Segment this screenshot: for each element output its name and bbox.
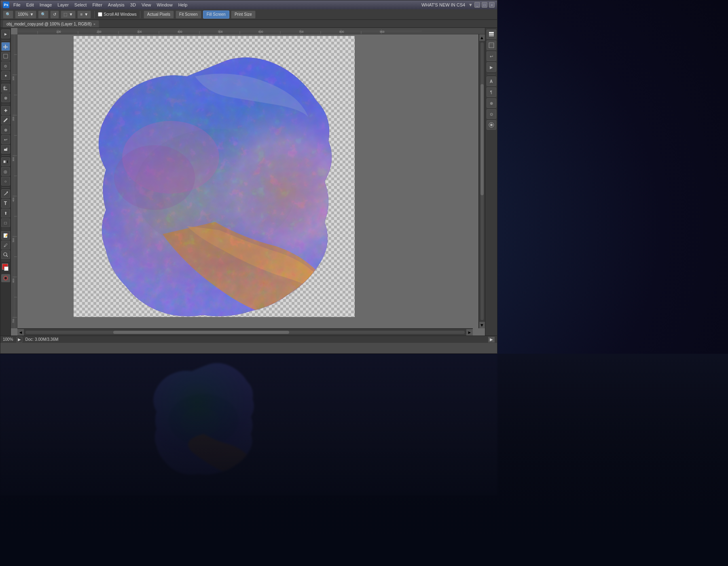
fit-screen-button[interactable]: Fit Screen (176, 11, 201, 19)
svg-text:900: 900 (380, 30, 385, 33)
crop-tool[interactable] (1, 84, 10, 93)
menu-file[interactable]: File (12, 2, 22, 7)
panel-char-icon[interactable]: A (487, 76, 496, 86)
marquee-tool[interactable] (1, 52, 10, 61)
close-button[interactable]: × (489, 2, 495, 8)
eyedropper-tool[interactable]: 🖊 (1, 241, 10, 249)
scroll-up-button[interactable]: ▲ (479, 34, 485, 41)
scroll-thumb[interactable] (113, 331, 289, 334)
arrange-options[interactable]: ≡ ▼ (77, 11, 91, 19)
svg-point-8 (4, 277, 7, 279)
document-tab[interactable]: obj_model_copy.psd @ 100% (Layer 1, RGB/… (3, 20, 99, 27)
print-size-button[interactable]: Print Size (231, 11, 256, 19)
panel-adjust-icon[interactable]: ⊙ (487, 109, 496, 119)
rotate-options[interactable]: ↺ (50, 11, 59, 19)
zoom-tool[interactable] (1, 250, 10, 259)
background-color[interactable] (4, 266, 8, 271)
brush-tool[interactable] (1, 116, 10, 125)
tool-options-button[interactable]: ▶ (1, 30, 10, 38)
menu-image[interactable]: Image (38, 2, 54, 7)
scroll-right-button[interactable]: ► (466, 329, 473, 336)
zoom-status-button[interactable]: ▶ (17, 337, 22, 342)
history-tool[interactable]: ↩ (1, 135, 10, 144)
menu-view[interactable]: View (140, 2, 153, 7)
eraser-tool[interactable] (1, 145, 10, 154)
dodge-icon: ○ (4, 179, 6, 184)
rotate-icon: ↺ (53, 12, 56, 17)
dodge-tool[interactable]: ○ (1, 177, 10, 186)
fill-screen-button[interactable]: Fill Screen (203, 11, 229, 19)
view-options[interactable]: 🔍 (38, 11, 49, 19)
menu-select[interactable]: Select (73, 2, 89, 7)
panel-actions-icon[interactable]: ▶ (487, 62, 496, 72)
scroll-left-button[interactable]: ◄ (17, 329, 24, 336)
arrange-icon: ≡ (80, 12, 83, 17)
separator2 (140, 11, 140, 18)
minimize-button[interactable]: _ (474, 2, 480, 8)
zoom-tool-options[interactable]: 🔍 (3, 11, 13, 19)
maximize-button[interactable]: □ (482, 2, 487, 8)
menu-3d[interactable]: 3D (129, 2, 138, 7)
quick-mask-button[interactable] (1, 274, 10, 282)
arrange-dropdown-icon: ▼ (84, 12, 88, 17)
adjust-icon: ⊙ (490, 112, 493, 116)
healing-tool[interactable]: ✚ (1, 106, 10, 115)
screen-mode[interactable]: ⬚ ▼ (61, 11, 76, 19)
panel-history-icon[interactable]: ↩ (487, 51, 496, 61)
panel-mask-icon[interactable] (487, 120, 496, 130)
menu-help[interactable]: Help (177, 2, 189, 7)
zoom-percentage[interactable]: 100% ▼ (15, 11, 36, 19)
clone-tool[interactable]: ⊕ (1, 125, 10, 134)
menu-window[interactable]: Window (155, 2, 174, 7)
actions-icon: ▶ (490, 65, 493, 70)
svg-text:500: 500 (12, 238, 15, 242)
scroll-track (25, 331, 465, 334)
scroll-track-v (480, 42, 484, 320)
brush-icon (3, 118, 8, 122)
menu-layer[interactable]: Layer (56, 2, 70, 7)
svg-text:300: 300 (137, 30, 142, 33)
lasso-tool[interactable]: ⌾ (1, 61, 10, 70)
actual-pixels-button[interactable]: Actual Pixels (144, 11, 174, 19)
menu-filter[interactable]: Filter (91, 2, 104, 7)
svg-point-5 (4, 253, 7, 256)
panel-para-icon[interactable]: ¶ (487, 87, 496, 97)
blur-tool[interactable]: ◎ (1, 167, 10, 176)
magic-wand-tool[interactable]: ✦ (1, 71, 10, 80)
shape-tool[interactable]: □ (1, 218, 10, 227)
eraser-icon (3, 147, 8, 152)
slice-icon: ⊗ (4, 96, 7, 100)
wand-icon: ✦ (4, 74, 7, 78)
scroll-thumb-v[interactable] (480, 84, 484, 195)
ps-logo: Ps (3, 2, 9, 8)
svg-text:700: 700 (12, 319, 15, 323)
horizontal-scrollbar[interactable]: ◄ ► (17, 328, 473, 336)
svg-text:500: 500 (218, 30, 223, 33)
svg-rect-77 (489, 43, 494, 48)
menu-analysis[interactable]: Analysis (106, 2, 126, 7)
panel-layers-icon[interactable] (487, 30, 496, 39)
pen-tool[interactable] (1, 189, 10, 198)
menu-edit[interactable]: Edit (25, 2, 36, 7)
notes-tool[interactable]: 📝 (1, 231, 10, 240)
gradient-tool[interactable] (1, 157, 10, 166)
svg-rect-1 (4, 54, 8, 58)
scroll-down-button[interactable]: ▼ (479, 322, 485, 328)
zoom-icon: 🔍 (6, 12, 11, 17)
svg-rect-75 (489, 34, 494, 35)
scroll-all-windows-checkbox[interactable] (98, 12, 102, 17)
slice-tool[interactable]: ⊗ (1, 93, 10, 102)
vertical-scrollbar[interactable]: ▲ ▼ (478, 34, 485, 328)
path-select-tool[interactable]: ⬆ (1, 209, 10, 218)
status-scroll-button[interactable]: ▶ (488, 337, 495, 342)
panel-clone-src-icon[interactable]: ⊕ (487, 98, 496, 108)
canvas-container[interactable]: 100 200 300 400 500 (11, 28, 485, 336)
svg-text:300: 300 (12, 157, 15, 161)
move-tool[interactable] (1, 42, 10, 51)
type-tool[interactable]: T (1, 199, 10, 208)
tab-close-button[interactable]: × (93, 22, 95, 26)
scroll-all-windows-label[interactable]: Scroll All Windows (98, 12, 137, 17)
quick-mask-controls (1, 274, 10, 282)
separator1 (94, 11, 95, 18)
panel-channels-icon[interactable] (487, 40, 496, 50)
